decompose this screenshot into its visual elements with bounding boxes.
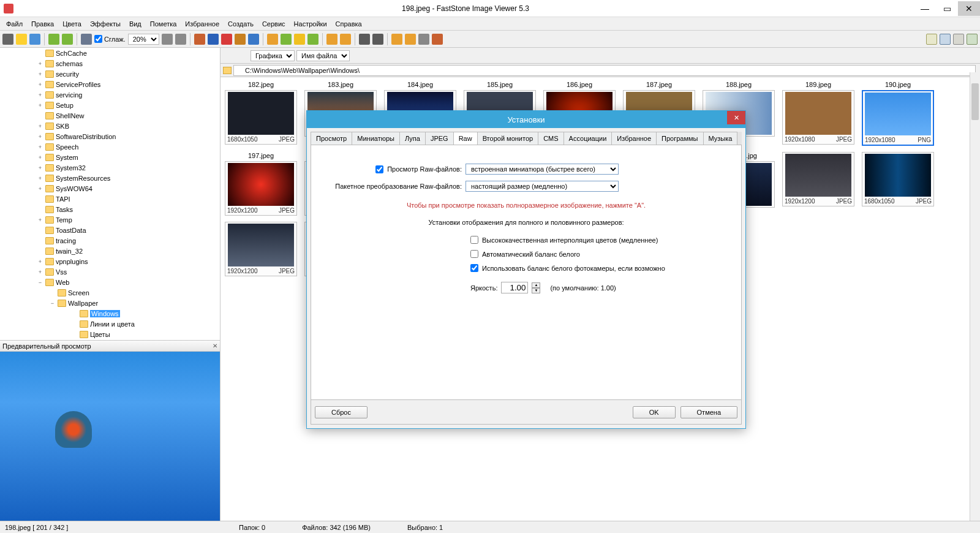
- thumbnail[interactable]: 190.jpeg1920x1080PNG: [861, 81, 935, 146]
- tree-item[interactable]: +SoftwareDistribution: [0, 131, 220, 142]
- tab-лупа[interactable]: Лупа: [399, 132, 426, 145]
- tool-icon[interactable]: [372, 34, 383, 45]
- cancel-button[interactable]: Отмена: [680, 406, 737, 418]
- layout-icon[interactable]: [926, 34, 937, 45]
- raw-preview-checkbox[interactable]: [375, 165, 383, 173]
- brightness-spinner[interactable]: ▲▼: [532, 282, 540, 293]
- rotate-right-icon[interactable]: [62, 34, 73, 45]
- menu-файл[interactable]: Файл: [2, 19, 26, 29]
- thumbnail[interactable]: 189.jpeg1920x1080JPEG: [782, 81, 855, 146]
- tool-icon[interactable]: [405, 34, 416, 45]
- tree-item[interactable]: +SystemResources: [0, 173, 220, 183]
- tab-jpeg[interactable]: JPEG: [425, 132, 454, 145]
- tree-item[interactable]: +Setup: [0, 100, 220, 110]
- auto-wb-checkbox[interactable]: Автоматический баланс белого: [323, 250, 729, 258]
- zoom-in-icon[interactable]: [175, 34, 186, 45]
- tab-raw[interactable]: Raw: [453, 132, 478, 145]
- tree-item[interactable]: +SysWOW64: [0, 183, 220, 194]
- tab-ассоциации[interactable]: Ассоциации: [564, 132, 612, 145]
- tab-миниатюры[interactable]: Миниатюры: [352, 132, 400, 145]
- minimize-button[interactable]: —: [914, 1, 936, 16]
- tree-item[interactable]: +vpnplugins: [0, 256, 220, 266]
- reset-button[interactable]: Сброс: [315, 406, 368, 418]
- tree-item[interactable]: +Speech: [0, 142, 220, 152]
- tree-item[interactable]: −Web: [0, 277, 220, 287]
- tree-item[interactable]: ShellNew: [0, 110, 220, 121]
- sort-select[interactable]: Имя файла: [296, 50, 350, 61]
- hq-interp-checkbox[interactable]: Высококачественная интерполяция цветов (…: [323, 236, 729, 244]
- rotate-left-icon[interactable]: [48, 34, 59, 45]
- pan-icon[interactable]: [81, 34, 92, 45]
- open-icon[interactable]: [16, 34, 27, 45]
- tree-item[interactable]: +SKB: [0, 121, 220, 131]
- menu-сервис[interactable]: Сервис: [258, 19, 289, 29]
- tool-icon[interactable]: [307, 34, 318, 45]
- tool-icon[interactable]: [194, 34, 205, 45]
- tool-icon[interactable]: [391, 34, 402, 45]
- smoothing-toggle[interactable]: Сглаж.: [94, 35, 126, 43]
- acquire-icon[interactable]: [2, 34, 13, 45]
- tool-icon[interactable]: [294, 34, 305, 45]
- dialog-close-button[interactable]: ✕: [727, 111, 745, 124]
- layout-icon[interactable]: [940, 34, 951, 45]
- tree-item[interactable]: TAPI: [0, 194, 220, 204]
- menu-цвета[interactable]: Цвета: [59, 19, 85, 29]
- menu-избранное[interactable]: Избранное: [181, 19, 223, 29]
- tree-item[interactable]: +ServiceProfiles: [0, 79, 220, 89]
- tree-item[interactable]: ToastData: [0, 225, 220, 235]
- layout-icon[interactable]: [953, 34, 964, 45]
- print-icon[interactable]: [418, 34, 429, 45]
- brightness-input[interactable]: [501, 282, 528, 293]
- menu-эффекты[interactable]: Эффекты: [86, 19, 124, 29]
- zoom-out-icon[interactable]: [162, 34, 173, 45]
- raw-preview-select[interactable]: встроенная миниатюра (быстрее всего): [466, 164, 619, 175]
- tab-музыка[interactable]: Музыка: [703, 132, 738, 145]
- save-icon[interactable]: [29, 34, 40, 45]
- tree-item[interactable]: +security: [0, 69, 220, 79]
- tree-item[interactable]: Windows: [0, 308, 220, 319]
- tool-icon[interactable]: [281, 34, 292, 45]
- scrollbar-vertical[interactable]: [970, 72, 980, 521]
- tree-item[interactable]: +System: [0, 152, 220, 162]
- zoom-select[interactable]: 20%: [128, 34, 159, 45]
- menu-справка[interactable]: Справка: [332, 19, 366, 29]
- tree-item[interactable]: −Wallpaper: [0, 298, 220, 308]
- tool-icon[interactable]: [359, 34, 370, 45]
- group-select[interactable]: Графика: [251, 50, 295, 61]
- thumbnail[interactable]: 182.jpeg1680x1050JPEG: [224, 81, 298, 146]
- tab-второй монитор[interactable]: Второй монитор: [477, 132, 539, 145]
- menu-создать[interactable]: Создать: [224, 19, 257, 29]
- close-button[interactable]: ✕: [958, 1, 980, 16]
- tree-item[interactable]: +System32: [0, 162, 220, 173]
- tree-item[interactable]: twain_32: [0, 246, 220, 256]
- tree-item[interactable]: +schemas: [0, 58, 220, 69]
- menu-пометка[interactable]: Пометка: [146, 19, 181, 29]
- tool-icon[interactable]: [340, 34, 351, 45]
- tree-item[interactable]: +Temp: [0, 214, 220, 225]
- tool-icon[interactable]: [326, 34, 337, 45]
- fullscreen-icon[interactable]: [967, 34, 978, 45]
- tool-icon[interactable]: [248, 34, 259, 45]
- scrollbar-thumb[interactable]: [971, 83, 979, 120]
- thumbnail[interactable]: 197.jpeg1920x1200JPEG: [224, 152, 298, 216]
- thumbnail[interactable]: 1920x1200JPEG: [782, 152, 855, 216]
- preview-close-icon[interactable]: ✕: [213, 342, 217, 349]
- path-input[interactable]: [233, 65, 976, 76]
- thumbnail[interactable]: 1920x1200JPEG: [224, 222, 298, 276]
- tree-item[interactable]: SchCache: [0, 48, 220, 58]
- tool-icon[interactable]: [208, 34, 219, 45]
- tree-item[interactable]: Линии и цвета: [0, 319, 220, 329]
- maximize-button[interactable]: ▭: [936, 1, 958, 16]
- tool-icon[interactable]: [432, 34, 443, 45]
- tree-item[interactable]: Screen: [0, 287, 220, 298]
- tab-избранное[interactable]: Избранное: [611, 132, 657, 145]
- tool-icon[interactable]: [221, 34, 232, 45]
- menu-настройки[interactable]: Настройки: [290, 19, 331, 29]
- tab-cms[interactable]: CMS: [538, 132, 564, 145]
- tree-item[interactable]: +servicing: [0, 89, 220, 100]
- ok-button[interactable]: OK: [633, 406, 676, 418]
- tool-icon[interactable]: [267, 34, 278, 45]
- tree-item[interactable]: Tasks: [0, 204, 220, 214]
- menu-вид[interactable]: Вид: [126, 19, 145, 29]
- tree-item[interactable]: +Vss: [0, 266, 220, 277]
